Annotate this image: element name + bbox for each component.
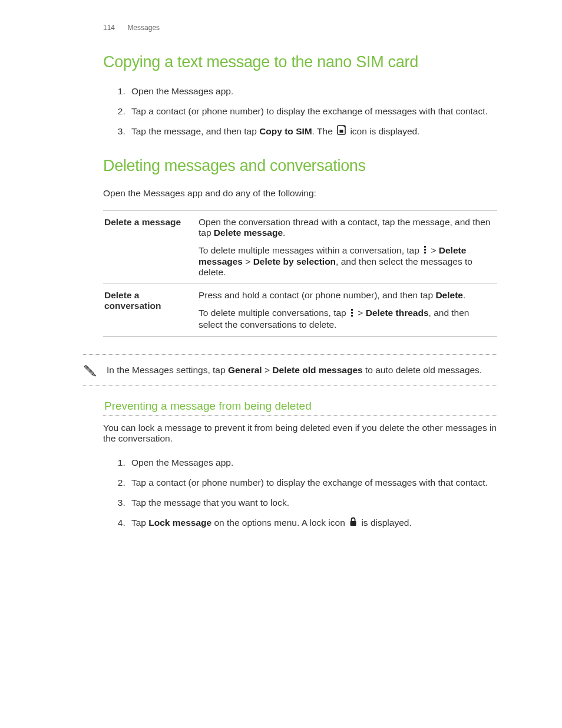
table-row: Delete a conversation Press and hold a c…: [103, 284, 497, 336]
svg-line-8: [86, 365, 94, 373]
step-1: Open the Messages app.: [128, 84, 497, 98]
svg-rect-7: [351, 315, 353, 317]
row-content: Open the conversation thread with a cont…: [197, 210, 497, 284]
preventing-intro: You can lock a message to prevent it fro…: [85, 423, 497, 444]
svg-rect-1: [340, 130, 343, 133]
heading-preventing: Preventing a message from being deleted: [103, 400, 497, 416]
section-name: Messages: [127, 24, 160, 32]
row-label: Delete a conversation: [103, 284, 197, 336]
svg-rect-2: [424, 246, 426, 248]
deleting-intro: Open the Messages app and do any of the …: [85, 188, 497, 199]
page-number: 114: [103, 24, 115, 32]
steps-preventing: Open the Messages app. Tap a contact (or…: [85, 456, 497, 531]
tip-note: In the Messages settings, tap General > …: [83, 354, 497, 386]
heading-copying: Copying a text message to the nano SIM c…: [85, 53, 497, 71]
sim-card-icon: [337, 125, 346, 139]
step-2: Tap a contact (or phone number) to displ…: [128, 104, 497, 118]
svg-line-9: [85, 366, 93, 374]
table-row: Delete a message Open the conversation t…: [103, 210, 497, 284]
overflow-menu-icon: [424, 245, 427, 256]
delete-methods-table: Delete a message Open the conversation t…: [103, 210, 497, 337]
lock-icon: [349, 516, 357, 531]
page-header: 114 Messages: [85, 24, 497, 32]
svg-rect-4: [424, 252, 426, 253]
step-2: Tap a contact (or phone number) to displ…: [128, 476, 497, 490]
svg-rect-6: [351, 312, 353, 314]
row-content: Press and hold a contact (or phone numbe…: [197, 284, 497, 336]
svg-rect-3: [424, 249, 426, 251]
overflow-menu-icon: [351, 308, 353, 319]
heading-deleting: Deleting messages and conversations: [85, 157, 497, 175]
step-4: Tap Lock message on the options menu. A …: [128, 516, 497, 531]
step-3: Tap the message that you want to lock.: [128, 496, 497, 510]
svg-rect-5: [351, 309, 353, 311]
row-label: Delete a message: [103, 210, 197, 284]
pencil-icon: [83, 363, 97, 381]
svg-rect-10: [351, 521, 356, 526]
step-1: Open the Messages app.: [128, 456, 497, 470]
steps-copying: Open the Messages app. Tap a contact (or…: [85, 84, 497, 139]
step-3: Tap the message, and then tap Copy to SI…: [128, 124, 497, 139]
